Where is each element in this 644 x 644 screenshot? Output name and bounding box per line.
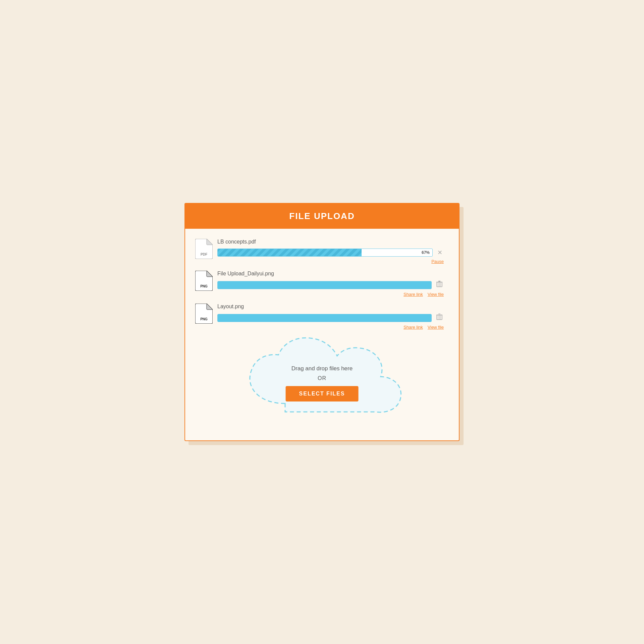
file-list: PDF LB concepts.pdf 67% ✕: [195, 239, 449, 330]
or-text: OR: [318, 375, 326, 381]
list-item: PNG Layout.png: [195, 304, 444, 330]
file-icon-png-2: PNG: [195, 304, 213, 324]
file-actions-2: Share link View file: [217, 325, 444, 330]
drop-zone[interactable]: Drag and drop files here OR SELECT FILES: [231, 336, 413, 430]
delete-icon[interactable]: [435, 280, 444, 290]
file-actions: Pause: [217, 259, 444, 264]
drop-zone-wrapper: Drag and drop files here OR SELECT FILES: [185, 333, 459, 430]
svg-text:PDF: PDF: [201, 253, 207, 256]
svg-text:PNG: PNG: [200, 284, 208, 288]
drop-zone-content: Drag and drop files here OR SELECT FILES: [286, 365, 359, 401]
progress-label: 67%: [422, 250, 430, 255]
share-link[interactable]: Share link: [404, 292, 423, 297]
progress-bar-fill: [218, 249, 362, 256]
file-icon-png: PNG: [195, 271, 213, 291]
svg-text:PNG: PNG: [200, 317, 208, 321]
progress-bar-fill-complete: [218, 281, 431, 289]
file-name: Layout.png: [217, 304, 444, 310]
close-icon[interactable]: ✕: [436, 248, 444, 257]
progress-bar-wrap: [217, 281, 432, 289]
pause-link[interactable]: Pause: [431, 259, 444, 264]
upload-card: FILE UPLOAD PDF LB concepts.pdf: [184, 203, 460, 441]
progress-row: [217, 313, 444, 323]
progress-row: 67% ✕: [217, 248, 444, 257]
delete-icon-2[interactable]: [435, 313, 444, 323]
bottom-spacer: [185, 430, 459, 440]
progress-row: [217, 280, 444, 290]
page-title: FILE UPLOAD: [192, 211, 452, 221]
view-file-link-2[interactable]: View file: [428, 325, 444, 330]
file-name: File Upload_Dailyui.png: [217, 271, 444, 277]
card-container: FILE UPLOAD PDF LB concepts.pdf: [184, 203, 460, 441]
file-details: LB concepts.pdf 67% ✕ Pause: [217, 239, 444, 264]
card-header: FILE UPLOAD: [185, 204, 459, 229]
progress-bar-wrap: 67%: [217, 249, 433, 257]
share-link-2[interactable]: Share link: [404, 325, 423, 330]
list-item: PNG File Upload_Dailyui.png: [195, 271, 444, 297]
scrollbar-spacer: [449, 239, 452, 330]
select-files-button[interactable]: SELECT FILES: [286, 386, 359, 401]
file-actions: Share link View file: [217, 292, 444, 297]
file-details: File Upload_Dailyui.png: [217, 271, 444, 297]
file-details: Layout.png: [217, 304, 444, 330]
file-icon-pdf: PDF: [195, 239, 213, 259]
progress-bar-fill-complete: [218, 314, 431, 322]
list-item: PDF LB concepts.pdf 67% ✕: [195, 239, 444, 264]
file-name: LB concepts.pdf: [217, 239, 444, 245]
drag-drop-text: Drag and drop files here: [291, 365, 353, 372]
progress-bar-wrap: [217, 314, 432, 322]
view-file-link[interactable]: View file: [428, 292, 444, 297]
